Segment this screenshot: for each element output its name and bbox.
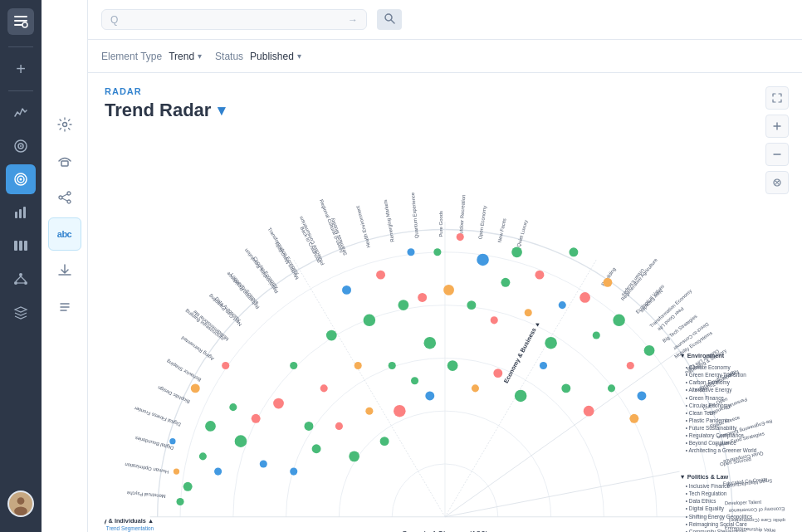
svg-point-152 <box>443 285 454 295</box>
svg-text:Digital Fitness Frontier: Digital Fitness Frontier <box>134 406 182 427</box>
main-area: Q → Element Type Trend ▾ Status Publishe… <box>88 0 802 532</box>
svg-rect-12 <box>24 241 27 251</box>
svg-point-187 <box>561 383 570 393</box>
search-button[interactable] <box>377 9 402 30</box>
svg-line-67 <box>445 260 596 517</box>
svg-text:Next-Gen Parenting: Next-Gen Parenting <box>208 294 243 328</box>
status-chevron: ▾ <box>297 51 301 61</box>
svg-point-172 <box>174 468 179 474</box>
search-input[interactable] <box>123 13 343 26</box>
svg-text:Trend Segmentation: Trend Segmentation <box>106 525 154 532</box>
svg-point-171 <box>176 498 183 505</box>
sidebar-item-layers[interactable] <box>6 297 36 327</box>
svg-point-150 <box>423 337 436 349</box>
element-type-value: Trend <box>169 51 194 62</box>
svg-point-156 <box>491 316 498 324</box>
svg-point-26 <box>67 200 71 203</box>
svg-point-174 <box>312 444 321 453</box>
svg-text:• Architecting a Greener World: • Architecting a Greener World <box>686 447 757 454</box>
svg-text:▼ Politics & Law: ▼ Politics & Law <box>680 473 729 481</box>
svg-point-141 <box>326 330 337 341</box>
svg-line-27 <box>62 194 67 197</box>
svg-text:New Façades: New Façades <box>639 289 663 315</box>
svg-rect-7 <box>15 212 17 218</box>
svg-point-186 <box>540 362 547 369</box>
svg-point-167 <box>613 315 625 327</box>
svg-point-188 <box>584 406 594 417</box>
tool-connect[interactable] <box>48 181 81 214</box>
svg-text:• Digital Equality: • Digital Equality <box>686 505 725 512</box>
sidebar-item-activity[interactable] <box>6 98 36 128</box>
sidebar-item-add[interactable]: + <box>6 54 36 84</box>
svg-point-130 <box>169 438 175 444</box>
sidebar-item-columns[interactable] <box>6 231 36 261</box>
svg-rect-9 <box>23 207 26 218</box>
svg-point-177 <box>365 408 373 415</box>
svg-text:• Tech Regulation: • Tech Regulation <box>686 491 727 497</box>
topbar: Q → <box>88 0 802 40</box>
tool-text[interactable]: abc <box>48 217 81 251</box>
sidebar-item-radar[interactable] <box>6 164 36 194</box>
svg-text:Biophilic Care (Construction): Biophilic Care (Construction) <box>729 519 785 524</box>
svg-point-24 <box>59 196 62 199</box>
svg-point-126 <box>183 482 193 491</box>
filterbar: Element Type Trend ▾ Status Published ▾ <box>88 40 802 73</box>
svg-point-132 <box>191 383 200 393</box>
svg-point-129 <box>229 403 237 411</box>
tool-element[interactable] <box>48 144 81 178</box>
svg-point-180 <box>411 377 418 384</box>
tool-list[interactable] <box>48 290 81 324</box>
svg-point-158 <box>511 246 522 257</box>
svg-text:Longevity Science: Longevity Science <box>230 272 261 305</box>
svg-point-0 <box>22 22 27 27</box>
svg-point-178 <box>380 437 389 446</box>
svg-point-190 <box>629 414 638 423</box>
svg-text:Developer Talent: Developer Talent <box>725 500 762 506</box>
svg-point-133 <box>222 362 229 369</box>
sidebar-item-target[interactable] <box>6 131 36 161</box>
sidebar-item-nodes[interactable] <box>6 264 36 294</box>
filter-status[interactable]: Status Published ▾ <box>215 51 301 62</box>
svg-point-149 <box>418 293 427 302</box>
sidebar-divider-2 <box>8 90 33 91</box>
svg-text:Menstrual Psyche: Menstrual Psyche <box>126 491 166 499</box>
search-box[interactable]: Q → <box>101 9 367 30</box>
arrow-icon: → <box>348 14 358 26</box>
svg-point-162 <box>559 301 566 309</box>
filter-element-type[interactable]: Element Type Trend ▾ <box>101 51 202 62</box>
svg-line-68 <box>445 350 680 516</box>
svg-text:Back to Childhood: Back to Childhood <box>300 226 322 263</box>
svg-point-175 <box>335 422 343 430</box>
sidebar-logo[interactable] <box>7 8 34 35</box>
svg-point-138 <box>290 362 297 369</box>
svg-point-185 <box>515 390 527 403</box>
svg-text:Quiet Luxury: Quiet Luxury <box>516 219 529 247</box>
svg-point-184 <box>493 368 502 378</box>
svg-point-22 <box>62 123 66 127</box>
svg-point-143 <box>355 362 362 369</box>
svg-point-157 <box>501 278 510 287</box>
svg-point-164 <box>579 292 590 303</box>
svg-point-182 <box>447 360 458 371</box>
svg-text:Circular Economy: Circular Economy <box>252 256 280 290</box>
tool-settings[interactable] <box>48 108 81 141</box>
svg-point-146 <box>389 362 396 369</box>
content-area: RADAR Trend Radar ▾ <box>88 73 802 532</box>
radar-title-chevron[interactable]: ▾ <box>218 101 225 120</box>
svg-line-33 <box>391 20 394 23</box>
svg-line-69 <box>445 471 680 517</box>
svg-line-16 <box>16 276 21 281</box>
user-avatar[interactable] <box>7 491 34 517</box>
tool-download[interactable] <box>48 254 81 287</box>
sidebar-item-charts[interactable] <box>6 198 36 227</box>
element-type-chevron: ▾ <box>198 51 202 61</box>
svg-point-168 <box>627 362 634 369</box>
svg-text:Outdoor Recreation: Outdoor Recreation <box>458 194 467 237</box>
svg-point-20 <box>17 497 25 505</box>
svg-point-140 <box>320 384 328 392</box>
fullscreen-button[interactable] <box>765 86 789 110</box>
svg-point-14 <box>14 281 17 285</box>
svg-point-127 <box>199 452 207 460</box>
svg-text:Data Autonomy: Data Autonomy <box>214 296 242 323</box>
svg-point-131 <box>214 468 222 476</box>
